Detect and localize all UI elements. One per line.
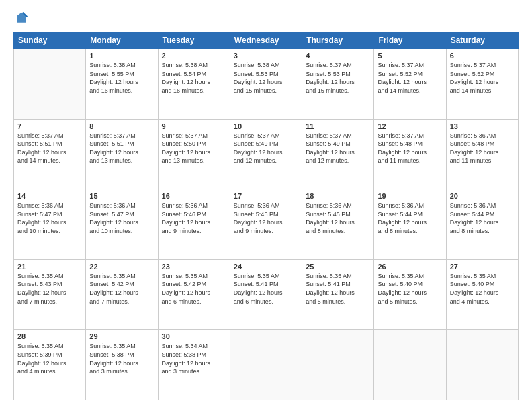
cell-info-19: Sunrise: 5:36 AM Sunset: 5:44 PM Dayligh… — [378, 201, 442, 235]
day-number-26: 26 — [378, 263, 442, 271]
cell-w1-d3: 2Sunrise: 5:38 AM Sunset: 5:54 PM Daylig… — [158, 49, 230, 120]
cell-info-21: Sunrise: 5:35 AM Sunset: 5:43 PM Dayligh… — [17, 272, 82, 306]
day-number-15: 15 — [89, 192, 154, 200]
day-number-2: 2 — [162, 52, 226, 60]
day-number-23: 23 — [162, 263, 226, 271]
cell-info-17: Sunrise: 5:36 AM Sunset: 5:45 PM Dayligh… — [234, 201, 298, 235]
day-number-8: 8 — [89, 122, 154, 130]
cell-w4-d3: 23Sunrise: 5:35 AM Sunset: 5:42 PM Dayli… — [158, 259, 230, 330]
cell-w3-d2: 15Sunrise: 5:36 AM Sunset: 5:47 PM Dayli… — [86, 189, 158, 260]
cell-w2-d6: 12Sunrise: 5:37 AM Sunset: 5:48 PM Dayli… — [374, 119, 446, 189]
day-number-24: 24 — [234, 263, 298, 271]
day-number-13: 13 — [450, 122, 515, 130]
cell-info-8: Sunrise: 5:37 AM Sunset: 5:51 PM Dayligh… — [89, 132, 154, 165]
cell-info-15: Sunrise: 5:36 AM Sunset: 5:47 PM Dayligh… — [89, 201, 154, 235]
cell-w2-d5: 11Sunrise: 5:37 AM Sunset: 5:49 PM Dayli… — [302, 119, 374, 189]
col-wednesday: Wednesday — [230, 32, 302, 49]
cell-w3-d3: 16Sunrise: 5:36 AM Sunset: 5:46 PM Dayli… — [158, 189, 230, 260]
cell-w5-d7 — [446, 330, 518, 400]
cell-info-6: Sunrise: 5:37 AM Sunset: 5:52 PM Dayligh… — [450, 61, 515, 95]
col-thursday: Thursday — [302, 32, 374, 49]
day-number-29: 29 — [89, 332, 154, 340]
cell-w3-d6: 19Sunrise: 5:36 AM Sunset: 5:44 PM Dayli… — [374, 189, 446, 260]
cell-info-1: Sunrise: 5:38 AM Sunset: 5:55 PM Dayligh… — [89, 61, 154, 95]
cell-w5-d2: 29Sunrise: 5:35 AM Sunset: 5:38 PM Dayli… — [86, 330, 158, 400]
header — [13, 11, 519, 25]
cell-w2-d1: 7Sunrise: 5:37 AM Sunset: 5:51 PM Daylig… — [14, 119, 86, 189]
day-number-17: 17 — [234, 192, 298, 200]
cell-w1-d6: 5Sunrise: 5:37 AM Sunset: 5:52 PM Daylig… — [374, 49, 446, 120]
cell-info-23: Sunrise: 5:35 AM Sunset: 5:42 PM Dayligh… — [162, 272, 226, 306]
cell-w3-d7: 20Sunrise: 5:36 AM Sunset: 5:44 PM Dayli… — [446, 189, 518, 260]
cell-info-29: Sunrise: 5:35 AM Sunset: 5:38 PM Dayligh… — [89, 342, 154, 375]
cell-w1-d1 — [14, 49, 86, 120]
cell-w4-d6: 26Sunrise: 5:35 AM Sunset: 5:40 PM Dayli… — [374, 259, 446, 330]
cell-w2-d4: 10Sunrise: 5:37 AM Sunset: 5:49 PM Dayli… — [230, 119, 302, 189]
cell-info-25: Sunrise: 5:35 AM Sunset: 5:41 PM Dayligh… — [306, 272, 370, 306]
cell-w5-d6 — [374, 330, 446, 400]
cell-w1-d7: 6Sunrise: 5:37 AM Sunset: 5:52 PM Daylig… — [446, 49, 518, 120]
day-number-3: 3 — [234, 52, 298, 60]
day-number-7: 7 — [17, 122, 82, 130]
day-number-20: 20 — [450, 192, 515, 200]
cell-w2-d7: 13Sunrise: 5:36 AM Sunset: 5:48 PM Dayli… — [446, 119, 518, 189]
day-number-9: 9 — [162, 122, 226, 130]
day-number-10: 10 — [234, 122, 298, 130]
cell-info-26: Sunrise: 5:35 AM Sunset: 5:40 PM Dayligh… — [378, 272, 442, 306]
cell-info-30: Sunrise: 5:34 AM Sunset: 5:38 PM Dayligh… — [162, 342, 226, 375]
cell-w5-d4 — [230, 330, 302, 400]
cell-info-9: Sunrise: 5:37 AM Sunset: 5:50 PM Dayligh… — [162, 132, 226, 165]
logo — [13, 11, 28, 25]
cell-w4-d4: 24Sunrise: 5:35 AM Sunset: 5:41 PM Dayli… — [230, 259, 302, 330]
cell-w4-d7: 27Sunrise: 5:35 AM Sunset: 5:40 PM Dayli… — [446, 259, 518, 330]
cell-info-22: Sunrise: 5:35 AM Sunset: 5:42 PM Dayligh… — [89, 272, 154, 306]
cell-info-11: Sunrise: 5:37 AM Sunset: 5:49 PM Dayligh… — [306, 132, 370, 165]
cell-info-14: Sunrise: 5:36 AM Sunset: 5:47 PM Dayligh… — [17, 201, 82, 235]
day-number-12: 12 — [378, 122, 442, 130]
day-number-5: 5 — [378, 52, 442, 60]
day-number-22: 22 — [89, 263, 154, 271]
day-number-28: 28 — [17, 332, 82, 340]
cell-w5-d1: 28Sunrise: 5:35 AM Sunset: 5:39 PM Dayli… — [14, 330, 86, 400]
cell-w3-d4: 17Sunrise: 5:36 AM Sunset: 5:45 PM Dayli… — [230, 189, 302, 260]
day-number-11: 11 — [306, 122, 370, 130]
cell-w1-d5: 4Sunrise: 5:37 AM Sunset: 5:53 PM Daylig… — [302, 49, 374, 120]
calendar-table: Sunday Monday Tuesday Wednesday Thursday… — [13, 32, 519, 400]
logo-icon — [15, 11, 28, 25]
cell-info-20: Sunrise: 5:36 AM Sunset: 5:44 PM Dayligh… — [450, 201, 515, 235]
col-friday: Friday — [374, 32, 446, 49]
week-row-5: 28Sunrise: 5:35 AM Sunset: 5:39 PM Dayli… — [14, 330, 519, 400]
cell-w2-d3: 9Sunrise: 5:37 AM Sunset: 5:50 PM Daylig… — [158, 119, 230, 189]
cell-w5-d5 — [302, 330, 374, 400]
cell-w1-d2: 1Sunrise: 5:38 AM Sunset: 5:55 PM Daylig… — [86, 49, 158, 120]
col-monday: Monday — [86, 32, 158, 49]
calendar-header-row: Sunday Monday Tuesday Wednesday Thursday… — [14, 32, 519, 49]
day-number-25: 25 — [306, 263, 370, 271]
week-row-4: 21Sunrise: 5:35 AM Sunset: 5:43 PM Dayli… — [14, 259, 519, 330]
cell-info-16: Sunrise: 5:36 AM Sunset: 5:46 PM Dayligh… — [162, 201, 226, 235]
cell-w4-d5: 25Sunrise: 5:35 AM Sunset: 5:41 PM Dayli… — [302, 259, 374, 330]
cell-w3-d1: 14Sunrise: 5:36 AM Sunset: 5:47 PM Dayli… — [14, 189, 86, 260]
cell-info-3: Sunrise: 5:38 AM Sunset: 5:53 PM Dayligh… — [234, 61, 298, 95]
cell-info-27: Sunrise: 5:35 AM Sunset: 5:40 PM Dayligh… — [450, 272, 515, 306]
cell-info-7: Sunrise: 5:37 AM Sunset: 5:51 PM Dayligh… — [17, 132, 82, 165]
day-number-4: 4 — [306, 52, 370, 60]
cell-info-12: Sunrise: 5:37 AM Sunset: 5:48 PM Dayligh… — [378, 132, 442, 165]
day-number-16: 16 — [162, 192, 226, 200]
cell-info-5: Sunrise: 5:37 AM Sunset: 5:52 PM Dayligh… — [378, 61, 442, 95]
week-row-1: 1Sunrise: 5:38 AM Sunset: 5:55 PM Daylig… — [14, 49, 519, 120]
cell-info-28: Sunrise: 5:35 AM Sunset: 5:39 PM Dayligh… — [17, 342, 82, 375]
col-saturday: Saturday — [446, 32, 518, 49]
page: Sunday Monday Tuesday Wednesday Thursday… — [0, 0, 532, 411]
day-number-6: 6 — [450, 52, 515, 60]
cell-info-2: Sunrise: 5:38 AM Sunset: 5:54 PM Dayligh… — [162, 61, 226, 95]
day-number-30: 30 — [162, 332, 226, 340]
day-number-27: 27 — [450, 263, 515, 271]
cell-info-10: Sunrise: 5:37 AM Sunset: 5:49 PM Dayligh… — [234, 132, 298, 165]
cell-w2-d2: 8Sunrise: 5:37 AM Sunset: 5:51 PM Daylig… — [86, 119, 158, 189]
cell-info-24: Sunrise: 5:35 AM Sunset: 5:41 PM Dayligh… — [234, 272, 298, 306]
week-row-2: 7Sunrise: 5:37 AM Sunset: 5:51 PM Daylig… — [14, 119, 519, 189]
col-tuesday: Tuesday — [158, 32, 230, 49]
day-number-18: 18 — [306, 192, 370, 200]
cell-info-18: Sunrise: 5:36 AM Sunset: 5:45 PM Dayligh… — [306, 201, 370, 235]
